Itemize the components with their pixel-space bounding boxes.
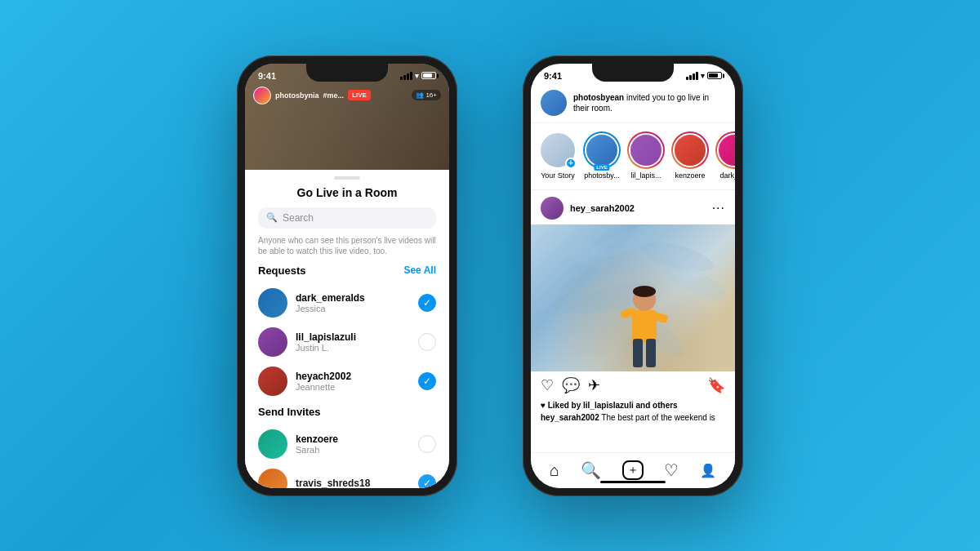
- home-nav-button[interactable]: ⌂: [550, 461, 559, 480]
- stories-row: + Your Story photosby...: [531, 123, 735, 188]
- story-item-kenzoere[interactable]: kenzoere: [671, 131, 709, 180]
- notification-text: photosbyean invited you to go live in th…: [573, 92, 725, 113]
- battery-icon: [421, 72, 436, 79]
- post-user: hey_sarah2002: [541, 197, 635, 220]
- add-nav-button[interactable]: ＋: [622, 460, 644, 480]
- post-image: [531, 224, 735, 371]
- user-avatar-heyach2002: [258, 367, 287, 396]
- modal-title: Go Live in a Room: [258, 186, 436, 199]
- story-item-photosbyean[interactable]: photosby...: [583, 131, 621, 180]
- send-invites-label: Send Invites: [258, 406, 321, 418]
- signal-icon-2: [686, 72, 698, 80]
- share-button[interactable]: ✈: [588, 376, 600, 394]
- heart-nav-button[interactable]: ♡: [664, 460, 679, 480]
- post-more-button[interactable]: ···: [712, 201, 725, 216]
- check-dark-emeralds[interactable]: ✓: [418, 294, 436, 312]
- request-item-2[interactable]: lil_lapislazuli Justin L.: [258, 322, 436, 362]
- search-placeholder: Search: [283, 212, 314, 224]
- story-label-dark: dark_e...: [719, 171, 735, 180]
- svg-rect-10: [633, 339, 643, 367]
- story-label-photosbyean: photosby...: [584, 171, 619, 180]
- notification-avatar: [541, 90, 567, 116]
- bookmark-button[interactable]: 🔖: [707, 376, 725, 394]
- username-heyach2002: heyach2002: [296, 371, 410, 382]
- story-label-lil-lapis: lil_lapis...: [630, 171, 661, 180]
- bottom-nav: ⌂ 🔍 ＋ ♡ 👤: [531, 452, 735, 488]
- live-top-bar: photosbynia #me... LIVE 👥 16+: [245, 87, 449, 104]
- user-avatar-kenzoere: [258, 429, 287, 459]
- signal-icon: [400, 72, 412, 80]
- comment-button[interactable]: 💬: [562, 376, 580, 394]
- story-ring-kenzoere: [671, 131, 709, 169]
- story-ring-lil-lapis: [627, 131, 665, 169]
- status-bar-1: 9:41 ▾: [245, 64, 449, 85]
- profile-nav-button[interactable]: 👤: [700, 463, 716, 478]
- story-avatar-photosbyean: [585, 133, 619, 167]
- check-kenzoere[interactable]: [418, 435, 436, 453]
- phone2-body: 9:41 ▾: [531, 64, 735, 488]
- user-avatar-travis: [258, 469, 287, 488]
- search-icon: 🔍: [266, 212, 278, 223]
- username-kenzoere: kenzoere: [296, 433, 410, 445]
- add-story-button[interactable]: +: [565, 158, 577, 169]
- story-avatar-lil-lapis: [629, 133, 663, 167]
- live-viewers: 👥 16+: [412, 90, 441, 100]
- user-info-travis: travis_shreds18: [296, 478, 410, 488]
- see-all-button[interactable]: See All: [403, 264, 436, 276]
- modal-sheet: Go Live in a Room 🔍 Search Anyone who ca…: [245, 170, 449, 488]
- caption-username: hey_sarah2002: [541, 413, 599, 422]
- user-info-heyach2002: heyach2002 Jeannette: [296, 371, 410, 392]
- realname-heyach2002: Jeannette: [296, 382, 410, 392]
- time-display-2: 9:41: [544, 71, 562, 81]
- request-item-3[interactable]: heyach2002 Jeannette ✓: [258, 362, 436, 401]
- story-item-dark[interactable]: dark_e...: [715, 131, 735, 180]
- modal-handle: [334, 176, 360, 180]
- time-display: 9:41: [258, 71, 276, 81]
- user-info-kenzoere: kenzoere Sarah: [296, 433, 410, 455]
- check-lil-lapislazuli[interactable]: [418, 333, 436, 351]
- stories-divider: [531, 189, 735, 190]
- phone-1-screen: 9:41 ▾: [245, 64, 449, 488]
- helper-text: Anyone who can see this person's live vi…: [258, 235, 436, 256]
- notification-bar: photosbyean invited you to go live in th…: [531, 85, 735, 123]
- story-item-lil-lapis[interactable]: lil_lapis...: [627, 131, 665, 180]
- realname-lil-lapislazuli: Justin L.: [296, 343, 410, 353]
- story-avatar-dark: [717, 133, 735, 167]
- user-avatar-dark-emeralds: [258, 288, 287, 318]
- person-figure: [616, 282, 673, 371]
- post-username: hey_sarah2002: [570, 203, 635, 213]
- live-hashtag: #me...: [323, 91, 345, 100]
- check-heyach2002[interactable]: ✓: [418, 372, 436, 390]
- username-lil-lapislazuli: lil_lapislazuli: [296, 331, 410, 343]
- story-item-your[interactable]: + Your Story: [539, 131, 577, 180]
- svg-rect-11: [646, 339, 656, 367]
- phone-2: 9:41 ▾: [523, 56, 743, 496]
- post-actions: ♡ 💬 ✈ 🔖: [531, 371, 735, 399]
- request-item-1[interactable]: dark_emeralds Jessica ✓: [258, 283, 436, 322]
- svg-point-9: [633, 286, 656, 297]
- wifi-icon-2: ▾: [701, 72, 705, 80]
- live-user-info: photosbynia #me... LIVE: [253, 87, 371, 104]
- live-user-avatar: [253, 87, 271, 104]
- search-box[interactable]: 🔍 Search: [258, 207, 436, 229]
- status-icons-2: ▾: [686, 72, 722, 80]
- check-travis[interactable]: ✓: [418, 474, 436, 488]
- phones-container: 9:41 ▾: [237, 56, 743, 496]
- notif-username: photosbyean: [573, 93, 624, 102]
- your-story-label: Your Story: [541, 171, 575, 180]
- story-ring-dark: [715, 131, 735, 169]
- live-badge: LIVE: [348, 90, 371, 100]
- requests-label: Requests: [258, 264, 306, 277]
- invite-item-1[interactable]: kenzoere Sarah: [258, 424, 436, 464]
- search-nav-button[interactable]: 🔍: [581, 460, 601, 480]
- like-button[interactable]: ♡: [541, 376, 554, 394]
- username-travis: travis_shreds18: [296, 478, 410, 488]
- invite-item-2[interactable]: travis_shreds18 ✓: [258, 464, 436, 488]
- username-dark-emeralds: dark_emeralds: [296, 292, 410, 304]
- notch-2: [592, 64, 674, 82]
- svg-rect-7: [632, 310, 657, 343]
- home-indicator: [600, 481, 666, 483]
- battery-icon-2: [707, 72, 722, 79]
- realname-dark-emeralds: Jessica: [296, 304, 410, 313]
- realname-kenzoere: Sarah: [296, 445, 410, 455]
